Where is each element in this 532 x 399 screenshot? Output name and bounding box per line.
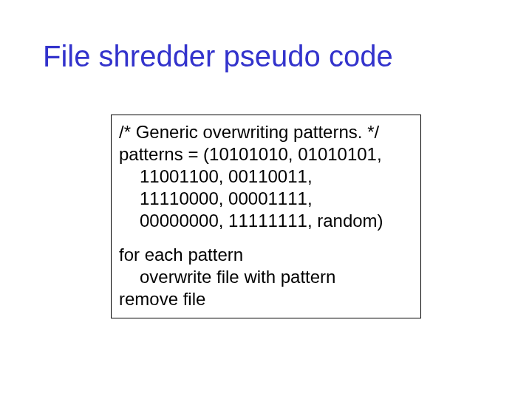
code-line: 11110000, 00001111, [119,188,413,210]
slide: File shredder pseudo code /* Generic ove… [0,0,532,399]
code-line: for each pattern [119,244,413,266]
code-line: 00000000, 11111111, random) [119,210,413,232]
loop-block: for each pattern overwrite file with pat… [119,244,413,310]
code-line: remove file [119,288,413,310]
pseudocode-box: /* Generic overwriting patterns. */ patt… [111,115,421,318]
code-line: /* Generic overwriting patterns. */ [119,121,413,143]
patterns-block: /* Generic overwriting patterns. */ patt… [119,121,413,232]
code-line: 11001100, 00110011, [119,166,413,188]
code-line: patterns = (10101010, 01010101, [119,143,413,166]
code-line: overwrite file with pattern [119,266,413,288]
slide-title: File shredder pseudo code [43,40,393,73]
